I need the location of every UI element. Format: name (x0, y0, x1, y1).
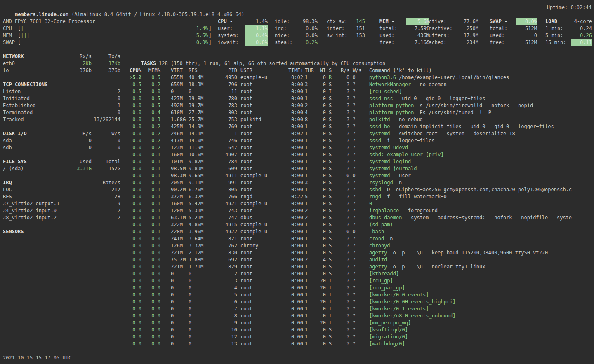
cell-mem: 0.1 (146, 151, 160, 158)
cell-state: S (329, 263, 335, 270)
gap (326, 298, 329, 305)
cell-time: 0:00 (287, 214, 303, 221)
command-args: --switched-root --system --deserialize 1… (393, 131, 515, 136)
cell-command: python3.6/home/example-user/.local/bin/g… (369, 74, 594, 81)
cell-time: 0:00 (287, 116, 303, 123)
sidebar-value-2: 9 (92, 200, 120, 207)
terminal-screen[interactable]: members.linode.com (AlmaLinux 8.4 64bit … (0, 0, 594, 364)
gap (335, 333, 341, 341)
cell-time: 0:00 (287, 326, 303, 333)
sidebar-value-2: 2 (92, 207, 120, 214)
gap (335, 341, 341, 348)
gap (237, 67, 240, 74)
cell-user: root (240, 326, 287, 333)
gap (335, 277, 341, 284)
cell-mem: 0.0 (146, 341, 160, 348)
cell-thr: 1 (305, 319, 314, 326)
cell-command: [kworker/0:1-events] (369, 305, 594, 312)
gap (365, 137, 369, 144)
cell-cpu: 0.0 (129, 172, 141, 179)
cell-user: root (240, 151, 287, 158)
gap (365, 193, 369, 200)
cell-pid: 4911 (206, 172, 237, 179)
cell-pid: 830 (206, 249, 237, 256)
stat-value: 0.11 (571, 39, 592, 46)
cell-mem: 0.1 (146, 207, 160, 214)
stat-line: free: 7.16G (380, 39, 429, 46)
cell-time: 0:02 (287, 74, 303, 81)
bar-open-bracket: [ (18, 32, 21, 39)
cell-cpu: 0.0 (129, 165, 141, 172)
gap (141, 67, 146, 74)
sidebar-line: IRQ Rate/s (3, 179, 120, 186)
cell-io: ? ? (341, 158, 365, 165)
gap (237, 95, 240, 102)
cell-io: ? ? (341, 221, 365, 228)
gap (160, 214, 171, 221)
cell-res: 6.76M (189, 186, 206, 193)
process-table: CPU% MEM% VIRT RES PID USER TIME+ THR NI… (129, 67, 594, 348)
cell-ni: 0 (314, 312, 326, 319)
gap (160, 270, 171, 277)
cell-mem: 0.2 (146, 123, 160, 130)
gap (326, 333, 329, 341)
command-name: [rcu_par_gp] (369, 285, 405, 291)
cell-mem: 0.2 (146, 81, 160, 88)
col-header-res: RES (189, 67, 206, 74)
process-row: 0.0 0.0 0 0 4 root 0:00 1 -20 I ? (129, 284, 594, 291)
stat-value: 0 (516, 32, 537, 39)
cell-mem: 0.0 (146, 291, 160, 298)
cell-io: ? ? (341, 256, 365, 263)
stat-value: 234M (455, 39, 478, 46)
cell-command: chronyd (369, 242, 594, 249)
cell-time: 0:00 (287, 319, 303, 326)
gap (141, 277, 146, 284)
sidebar-label: eth0 (3, 60, 62, 67)
gap (365, 67, 369, 74)
command-name: [kthreadd] (369, 271, 399, 277)
gap (160, 256, 171, 263)
cell-mem: 0.1 (146, 172, 160, 179)
cell-pid: 821 (206, 235, 237, 242)
command-name: NetworkManager (369, 82, 411, 87)
cell-state: I (329, 298, 335, 305)
cell-pid: 7 (206, 305, 237, 312)
stat-label: inactive: (426, 25, 455, 32)
cell-time: 0:00 (287, 305, 303, 312)
cell-command: systemd--switched-root --system --deseri… (369, 130, 594, 137)
cell-virt: 221M (171, 249, 189, 256)
process-row: 0.0 0.4 610M 27.7M 803 root 0:00 4 0 S (129, 109, 594, 116)
stat-line: free: 512M (490, 39, 537, 46)
command-name: systemd-logind (369, 159, 411, 164)
cell-ni: 0 (314, 130, 326, 137)
bar-ticks: ||| (21, 32, 196, 39)
cell-time: 0:00 (287, 186, 303, 193)
cell-io: ? ? (341, 81, 365, 88)
stat-line: user: 1.1% (218, 25, 268, 32)
cell-ni: 0 (314, 74, 326, 81)
cell-user: root (240, 277, 287, 284)
cell-res: 2.12M (189, 249, 206, 256)
cell-res: 3.37M (189, 242, 206, 249)
cell-virt: 228M (171, 228, 189, 235)
sidebar-value-1 (62, 81, 92, 88)
gap (326, 172, 329, 179)
gap (160, 137, 171, 144)
stat-line: 5 min: 0.26 (545, 32, 592, 39)
os-info: (AlmaLinux 8.4 64bit / Linux 4.18.0-305.… (68, 12, 244, 17)
cell-thr: 1 (305, 326, 314, 333)
cell-mem: 0.1 (146, 193, 160, 200)
cell-command: dbus-daemon--system --address=systemd: -… (369, 214, 594, 221)
stat-value: 0.2% (302, 39, 318, 46)
gap (365, 74, 369, 81)
gap (335, 116, 341, 123)
usage-bars: CPU[|1.4%] MEM[|||5.6%] SWAP[0.0%] (3, 25, 212, 46)
cell-state: I (329, 284, 335, 291)
stat-value: 0.0% (302, 32, 318, 39)
gap (160, 74, 171, 81)
cell-cpu: 0.0 (129, 235, 141, 242)
cell-state: S (329, 207, 335, 214)
gap (141, 256, 146, 263)
cell-thr: 1 (305, 270, 314, 277)
gap (141, 158, 146, 165)
